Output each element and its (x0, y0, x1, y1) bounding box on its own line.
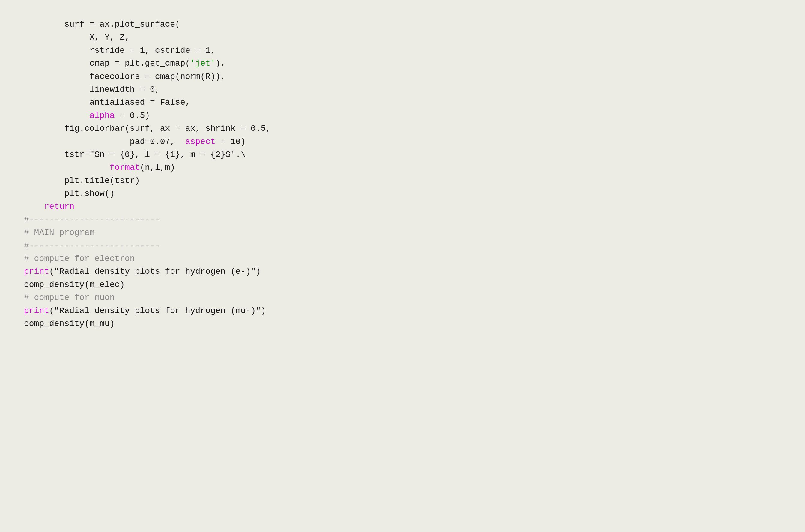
code-token: facecolors = cmap(norm(R)), (24, 72, 226, 81)
code-token: surf = ax.plot_surface( (24, 20, 180, 29)
code-line: print("Radial density plots for hydrogen… (24, 304, 781, 317)
code-token: = 10) (215, 137, 246, 146)
code-token: # compute for electron (24, 254, 135, 263)
code-token: 'jet' (190, 59, 215, 68)
code-token: tstr="$n = {0}, l = {1}, m = {2}$".\ (24, 150, 246, 159)
code-token: = 0.5) (115, 111, 150, 120)
code-token: ("Radial density plots for hydrogen (mu-… (49, 306, 266, 316)
code-line: format(n,l,m) (24, 161, 781, 174)
code-line: # compute for muon (24, 291, 781, 304)
code-token: cmap = plt.get_cmap( (24, 59, 190, 68)
code-token: ("Radial density plots for hydrogen (e-)… (49, 267, 261, 276)
code-token (24, 202, 44, 211)
code-token: (n,l,m) (140, 163, 175, 172)
code-token: print (24, 306, 49, 316)
code-block: surf = ax.plot_surface( X, Y, Z, rstride… (24, 18, 781, 330)
code-token: pad=0.07, (24, 137, 185, 146)
code-token: comp_density(m_elec) (24, 280, 125, 289)
code-token: print (24, 267, 49, 276)
code-line: # MAIN program (24, 226, 781, 239)
code-line: surf = ax.plot_surface( (24, 18, 781, 31)
code-token: # compute for muon (24, 293, 115, 302)
code-token: antialiased = False, (24, 98, 190, 107)
code-token: #-------------------------- (24, 241, 160, 250)
code-line: X, Y, Z, (24, 31, 781, 44)
code-line: plt.show() (24, 187, 781, 200)
code-token: #-------------------------- (24, 215, 160, 224)
code-token: return (44, 202, 74, 211)
code-line: rstride = 1, cstride = 1, (24, 44, 781, 57)
code-token: comp_density(m_mu) (24, 319, 115, 328)
code-line: pad=0.07, aspect = 10) (24, 135, 781, 148)
code-token: plt.title(tstr) (24, 176, 140, 185)
code-line: comp_density(m_mu) (24, 317, 781, 330)
code-line: tstr="$n = {0}, l = {1}, m = {2}$".\ (24, 148, 781, 161)
code-line: alpha = 0.5) (24, 109, 781, 122)
code-line: return (24, 200, 781, 213)
code-token: plt.show() (24, 189, 115, 198)
code-line: plt.title(tstr) (24, 174, 781, 187)
code-line: facecolors = cmap(norm(R)), (24, 70, 781, 83)
code-token: X, Y, Z, (24, 33, 130, 42)
code-line: comp_density(m_elec) (24, 278, 781, 291)
code-token: linewidth = 0, (24, 85, 160, 94)
code-token: ), (215, 59, 226, 68)
code-line: linewidth = 0, (24, 83, 781, 96)
code-token: aspect (185, 137, 215, 146)
code-line: #-------------------------- (24, 239, 781, 252)
code-token: format (110, 163, 140, 172)
code-line: print("Radial density plots for hydrogen… (24, 265, 781, 278)
code-line: #-------------------------- (24, 213, 781, 226)
code-line: # compute for electron (24, 252, 781, 265)
code-line: fig.colorbar(surf, ax = ax, shrink = 0.5… (24, 122, 781, 135)
code-line: cmap = plt.get_cmap('jet'), (24, 57, 781, 70)
code-token: # MAIN program (24, 228, 94, 237)
code-line: antialiased = False, (24, 96, 781, 109)
code-token: alpha (24, 111, 115, 120)
code-token: rstride = 1, cstride = 1, (24, 46, 215, 55)
code-token (24, 163, 110, 172)
code-token: fig.colorbar(surf, ax = ax, shrink = 0.5… (24, 124, 271, 133)
